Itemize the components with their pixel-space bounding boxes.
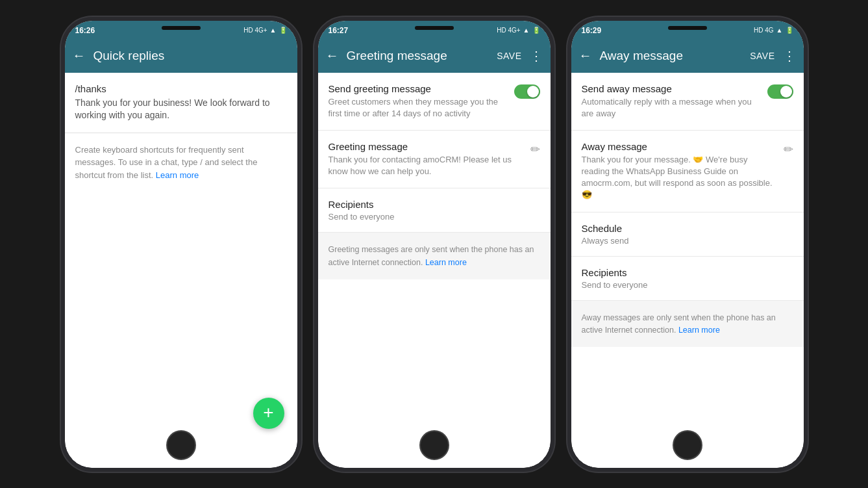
network-label-2: HD 4G+ xyxy=(497,27,520,34)
network-label-1: HD 4G+ xyxy=(243,27,267,34)
qr-info-block: Create keyboard shortcuts for frequently… xyxy=(65,133,297,192)
greeting-recipients-title: Recipients xyxy=(329,199,540,210)
send-greeting-sub: Greet customers when they message you th… xyxy=(329,96,506,120)
greeting-message-text: Thank you for contacting amoCRM! Please … xyxy=(329,154,523,177)
home-button-3[interactable] xyxy=(673,430,702,460)
send-greeting-title: Send greeting message xyxy=(329,83,506,94)
screen-content-2: Send greeting message Greet customers wh… xyxy=(318,73,551,468)
phone-speaker-2 xyxy=(415,26,454,30)
greeting-footer-text: Greeting messages are only sent when the… xyxy=(329,245,534,267)
status-time-3: 16:29 xyxy=(582,26,602,35)
signal-icon-1: ▲ xyxy=(270,27,277,34)
battery-icon-1: 🔋 xyxy=(279,27,287,34)
network-label-3: HD 4G xyxy=(754,27,774,34)
greeting-footer: Greeting messages are only sent when the… xyxy=(318,233,551,279)
home-button-1[interactable] xyxy=(166,430,196,460)
phone-away-message: 16:29 HD 4G ▲ 🔋 ← Away message SAVE ⋮ xyxy=(567,17,808,472)
shortcut-message: Thank you for your business! We look for… xyxy=(75,97,287,122)
back-arrow-3[interactable]: ← xyxy=(579,48,592,63)
learn-more-link-3[interactable]: Learn more xyxy=(678,326,720,335)
status-bar-3: 16:29 HD 4G ▲ 🔋 xyxy=(571,21,804,39)
send-away-sub: Automatically reply with a message when … xyxy=(582,96,760,120)
status-icons-3: HD 4G ▲ 🔋 xyxy=(754,27,793,34)
toolbar-title-2: Greeting message xyxy=(347,49,490,63)
more-options-3[interactable]: ⋮ xyxy=(783,49,796,62)
signal-icon-3: ▲ xyxy=(776,27,783,34)
learn-more-link-2[interactable]: Learn more xyxy=(425,258,467,267)
away-footer-text: Away messages are only sent when the pho… xyxy=(582,313,776,335)
screen-content-3: Send away message Automatically reply wi… xyxy=(571,73,804,468)
away-message-title: Away message xyxy=(582,141,776,152)
phone-speaker xyxy=(162,26,201,30)
fab-add-button[interactable]: + xyxy=(253,398,284,429)
status-icons-2: HD 4G+ ▲ 🔋 xyxy=(497,27,539,34)
phone-quick-replies: 16:26 HD 4G+ ▲ 🔋 ← Quick replies /thanks… xyxy=(61,17,301,472)
greeting-message-row[interactable]: Greeting message Thank you for contactin… xyxy=(318,131,551,188)
status-time-1: 16:26 xyxy=(75,26,95,35)
save-button-2[interactable]: SAVE xyxy=(497,51,521,61)
battery-icon-3: 🔋 xyxy=(786,27,793,34)
away-recipients-row[interactable]: Recipients Send to everyone xyxy=(571,257,804,301)
edit-icon-away[interactable]: ✏ xyxy=(784,142,793,157)
away-recipients-title: Recipients xyxy=(582,267,793,278)
status-time-2: 16:27 xyxy=(329,26,349,35)
toolbar-3: ← Away message SAVE ⋮ xyxy=(571,39,804,73)
phone-greeting-message: 16:27 HD 4G+ ▲ 🔋 ← Greeting message SAVE… xyxy=(314,17,554,472)
toolbar-2: ← Greeting message SAVE ⋮ xyxy=(318,39,551,73)
shortcut-block: /thanks Thank you for your business! We … xyxy=(65,73,297,133)
phone-screen: 16:26 HD 4G+ ▲ 🔋 ← Quick replies /thanks… xyxy=(65,21,297,468)
toolbar-1: ← Quick replies xyxy=(65,39,297,73)
status-bar-2: 16:27 HD 4G+ ▲ 🔋 xyxy=(318,21,551,39)
away-message-text: Thank you for your message. 🤝 We're busy… xyxy=(582,154,776,201)
away-toggle-knob xyxy=(780,86,792,97)
fab-plus-icon: + xyxy=(263,404,273,422)
status-bar-1: 16:26 HD 4G+ ▲ 🔋 xyxy=(65,21,297,39)
greeting-message-title: Greeting message xyxy=(329,141,523,152)
greeting-recipients-sub: Send to everyone xyxy=(329,212,540,222)
away-schedule-row[interactable]: Schedule Always send xyxy=(571,212,804,257)
learn-more-link-1[interactable]: Learn more xyxy=(156,170,199,180)
qr-info-text: Create keyboard shortcuts for frequently… xyxy=(75,145,258,180)
away-message-row[interactable]: Away message Thank you for your message.… xyxy=(571,131,804,212)
status-icons-1: HD 4G+ ▲ 🔋 xyxy=(243,27,286,34)
signal-icon-2: ▲ xyxy=(523,27,530,34)
toggle-knob xyxy=(527,86,539,97)
send-away-row: Send away message Automatically reply wi… xyxy=(571,73,804,131)
away-recipients-sub: Send to everyone xyxy=(582,280,793,290)
phone-screen-2: 16:27 HD 4G+ ▲ 🔋 ← Greeting message SAVE… xyxy=(318,21,551,468)
back-arrow-2[interactable]: ← xyxy=(326,48,339,63)
away-toggle[interactable] xyxy=(767,84,793,99)
away-schedule-sub: Always send xyxy=(582,236,793,246)
battery-icon-2: 🔋 xyxy=(532,27,540,34)
home-button-2[interactable] xyxy=(419,430,449,460)
toolbar-title-1: Quick replies xyxy=(93,49,290,63)
greeting-toggle[interactable] xyxy=(514,84,540,99)
phone-speaker-3 xyxy=(668,26,707,30)
back-arrow-1[interactable]: ← xyxy=(73,48,86,63)
greeting-recipients-row[interactable]: Recipients Send to everyone xyxy=(318,188,551,233)
toolbar-title-3: Away message xyxy=(600,49,743,63)
send-greeting-row: Send greeting message Greet customers wh… xyxy=(318,73,551,131)
shortcut-keyword: /thanks xyxy=(75,83,287,94)
more-options-2[interactable]: ⋮ xyxy=(530,49,543,62)
edit-icon-greeting[interactable]: ✏ xyxy=(530,142,540,157)
phone-screen-3: 16:29 HD 4G ▲ 🔋 ← Away message SAVE ⋮ xyxy=(571,21,804,468)
away-footer: Away messages are only sent when the pho… xyxy=(571,301,804,348)
send-away-title: Send away message xyxy=(582,83,760,94)
save-button-3[interactable]: SAVE xyxy=(750,51,775,61)
away-schedule-title: Schedule xyxy=(582,223,793,234)
screen-content-1: /thanks Thank you for your business! We … xyxy=(65,73,297,468)
